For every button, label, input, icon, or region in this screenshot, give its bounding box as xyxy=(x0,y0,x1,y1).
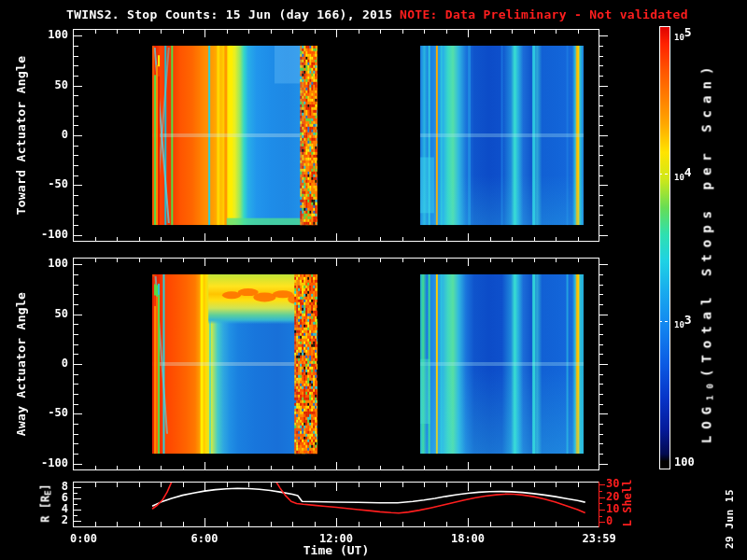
time-tick-label: 23:59 xyxy=(583,532,616,545)
colorbar-tick-label: 104 xyxy=(674,165,692,183)
colorbar-tick-label: 100 xyxy=(674,455,695,469)
angle-tick-label: 0 xyxy=(28,357,68,370)
l-shell-tick-label: 20 xyxy=(606,490,619,503)
plot-title: TWINS2. Stop Counts: 15 Jun (day 166), 2… xyxy=(66,7,392,21)
l-shell-axis-label: L Shell xyxy=(621,480,634,527)
date-stamp: 29 Jun 15 xyxy=(724,489,736,549)
l-shell-tick-label: 30 xyxy=(606,477,619,490)
angle-tick-label: 0 xyxy=(28,128,68,141)
angle-tick-label: -100 xyxy=(28,456,68,469)
time-tick-label: 0:00 xyxy=(70,532,97,545)
angle-tick-label: 50 xyxy=(28,307,68,320)
angle-tick-label: 50 xyxy=(28,78,68,91)
angle-tick-label: 100 xyxy=(28,28,68,41)
angle-tick-label: -100 xyxy=(28,228,68,241)
colorbar-tick-label: 103 xyxy=(674,313,692,330)
angle-tick-label: 100 xyxy=(28,257,68,270)
colorbar-label: LOG10(Total Stops per Scan) xyxy=(699,61,715,444)
time-tick-label: 12:00 xyxy=(319,532,353,545)
l-shell-tick-label: 0 xyxy=(606,514,613,527)
r-tick-label: 2 xyxy=(28,513,68,526)
plot-canvas xyxy=(0,0,747,560)
twins2-stop-counts-plot: TWINS2. Stop Counts: 15 Jun (day 166), 2… xyxy=(0,0,747,560)
away-axis-label: Away Actuator Angle xyxy=(14,292,28,436)
angle-tick-label: -50 xyxy=(28,177,68,190)
time-tick-label: 18:00 xyxy=(451,532,485,545)
time-tick-label: 6:00 xyxy=(191,532,218,545)
angle-tick-label: -50 xyxy=(28,406,68,419)
preliminary-note: NOTE: Data Preliminary - Not validated xyxy=(400,7,688,21)
toward-axis-label: Toward Actuator Angle xyxy=(14,56,28,216)
colorbar-tick-label: 105 xyxy=(674,25,692,43)
l-shell-tick-label: 10 xyxy=(606,502,619,515)
